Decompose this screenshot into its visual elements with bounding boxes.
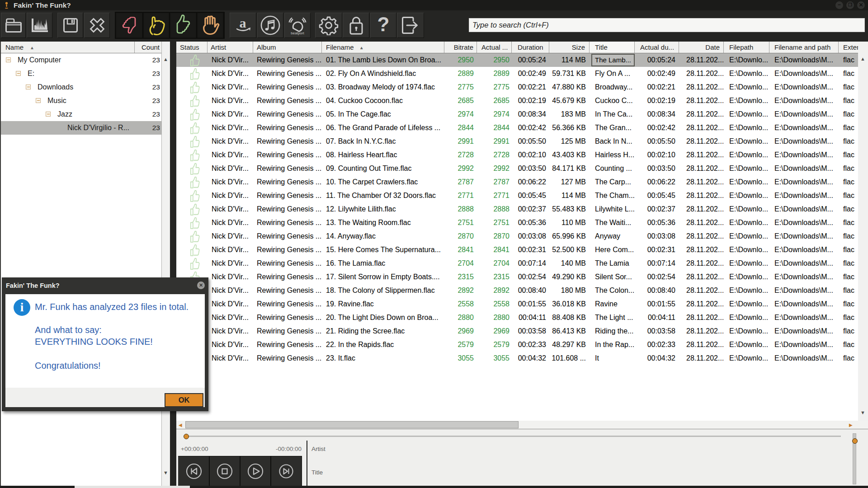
svg-text:?: ? bbox=[377, 15, 390, 35]
svg-text:a: a bbox=[239, 16, 246, 30]
svg-text:beatport: beatport bbox=[291, 31, 304, 35]
